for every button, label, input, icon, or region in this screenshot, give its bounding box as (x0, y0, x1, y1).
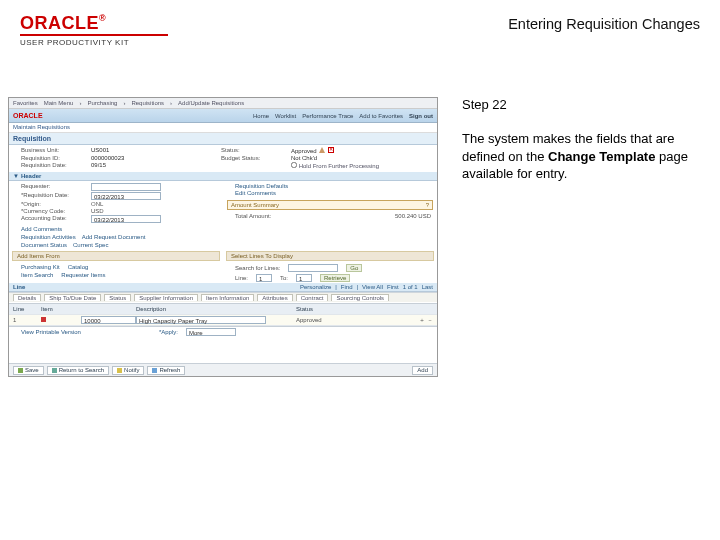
tab-addupdate[interactable]: Add/Update Requisitions (178, 100, 244, 106)
add-items-bar: Add Items From (12, 251, 220, 261)
link-catalog[interactable]: Catalog (68, 264, 89, 270)
step-label: Step 22 (462, 97, 708, 112)
link-doc-status[interactable]: Document Status (21, 242, 67, 248)
requester-input[interactable] (91, 183, 161, 191)
save-button[interactable]: Save (13, 366, 44, 375)
browser-tab-bar: Favorites Main Menu › Purchasing › Requi… (9, 98, 437, 109)
oracle-logo-block: ORACLE® USER PRODUCTIVITY KIT (20, 14, 180, 47)
tab-ship[interactable]: Ship To/Due Date (44, 294, 101, 301)
link-edit-comments[interactable]: Edit Comments (235, 190, 431, 196)
refresh-button[interactable]: Refresh (147, 366, 185, 375)
link-requester-items[interactable]: Requester Items (61, 272, 105, 278)
tab-sourcing[interactable]: Sourcing Controls (331, 294, 389, 301)
link-req-act[interactable]: Requisition Activities (21, 234, 76, 240)
section-header-header[interactable]: ▼ Header (9, 172, 437, 181)
nav-perf[interactable]: Performance Trace (302, 113, 353, 119)
nav-signout[interactable]: Sign out (409, 113, 433, 119)
search-lines-input[interactable] (288, 264, 338, 272)
link-purch-kit[interactable]: Purchasing Kit (21, 264, 60, 270)
req-date-input[interactable]: 03/22/2013 (91, 192, 161, 200)
link-view-printable[interactable]: View Printable Version (21, 329, 81, 335)
refresh-icon (152, 368, 157, 373)
page-title: Requisition (9, 133, 437, 145)
hold-checkbox[interactable] (291, 162, 297, 168)
tab-status[interactable]: Status (104, 294, 131, 301)
return-icon (52, 368, 57, 373)
oracle-logo: ORACLE® (20, 14, 180, 32)
link-add-req-doc[interactable]: Add Request Document (82, 234, 146, 240)
row-desc-input[interactable]: High Capacity Paper Tray (136, 316, 266, 324)
add-button[interactable]: Add (412, 366, 433, 375)
tab-supplier[interactable]: Supplier Information (134, 294, 198, 301)
amount-summary-box: Amount Summary ? (227, 200, 433, 210)
retrieve-button[interactable]: Retrieve (320, 274, 350, 282)
grid-personalize[interactable]: Personalize (300, 284, 331, 290)
return-button[interactable]: Return to Search (47, 366, 109, 375)
row-item-input[interactable]: 10000 (81, 316, 136, 324)
action-footer: Save Return to Search Notify Refresh Add (9, 363, 437, 376)
apply-select[interactable]: More (186, 328, 236, 336)
go-button[interactable]: Go (346, 264, 362, 272)
status-warn-icon (319, 147, 325, 153)
tab-purchasing[interactable]: Purchasing (87, 100, 117, 106)
logo-rule (20, 34, 168, 36)
link-add-comments[interactable]: Add Comments (21, 226, 62, 232)
nav-fav[interactable]: Add to Favorites (359, 113, 403, 119)
document-title: Entering Requisition Changes (508, 14, 700, 32)
step-text: The system makes the fields that are def… (462, 130, 708, 183)
link-req-defaults[interactable]: Requisition Defaults (235, 183, 431, 189)
tab-favorites[interactable]: Favorites (13, 100, 38, 106)
notify-icon (117, 368, 122, 373)
header-summary: Business Unit: US001 Status: Approved Re… (9, 145, 437, 172)
nav-home[interactable]: Home (253, 113, 269, 119)
row-icon (41, 317, 46, 322)
grid-count: 1 of 1 (403, 284, 418, 290)
grid-first[interactable]: First (387, 284, 399, 290)
upk-subtitle: USER PRODUCTIVITY KIT (20, 38, 180, 47)
link-current-spec[interactable]: Current Spec (73, 242, 108, 248)
tab-attr[interactable]: Attributes (257, 294, 292, 301)
tab-requisitions[interactable]: Requisitions (131, 100, 164, 106)
tab-details[interactable]: Details (13, 294, 41, 301)
status-cancel-icon[interactable] (328, 147, 334, 153)
notify-button[interactable]: Notify (112, 366, 144, 375)
line-to-input[interactable]: 1 (296, 274, 312, 282)
app-header-bar: ORACLE Home Worklist Performance Trace A… (9, 109, 437, 123)
line-grid: Line Item Description Status 1 10000 Hig… (9, 303, 437, 327)
line-section-header: Line Personalize| Find| View All First 1… (9, 283, 437, 292)
grid-last[interactable]: Last (422, 284, 433, 290)
instruction-panel: Step 22 The system makes the fields that… (462, 97, 708, 377)
app-logo: ORACLE (13, 112, 43, 119)
tab-main-menu[interactable]: Main Menu (44, 100, 74, 106)
link-item-search[interactable]: Item Search (21, 272, 53, 278)
breadcrumb: Maintain Requisitions (9, 123, 437, 133)
tab-iteminfo[interactable]: Item Information (201, 294, 254, 301)
select-lines-bar: Select Lines To Display (226, 251, 434, 261)
save-icon (18, 368, 23, 373)
tab-contract[interactable]: Contract (296, 294, 329, 301)
table-row[interactable]: 1 10000 High Capacity Paper Tray Approve… (9, 315, 437, 326)
acct-date-input[interactable]: 03/22/2013 (91, 215, 161, 223)
line-tabstrip: Details Ship To/Due Date Status Supplier… (9, 292, 437, 302)
line-from-input[interactable]: 1 (256, 274, 272, 282)
nav-worklist[interactable]: Worklist (275, 113, 296, 119)
grid-find[interactable]: Find (341, 284, 353, 290)
grid-viewall[interactable]: View All (362, 284, 383, 290)
screenshot: Favorites Main Menu › Purchasing › Requi… (8, 97, 438, 377)
collapse-icon: ▼ (13, 173, 19, 179)
